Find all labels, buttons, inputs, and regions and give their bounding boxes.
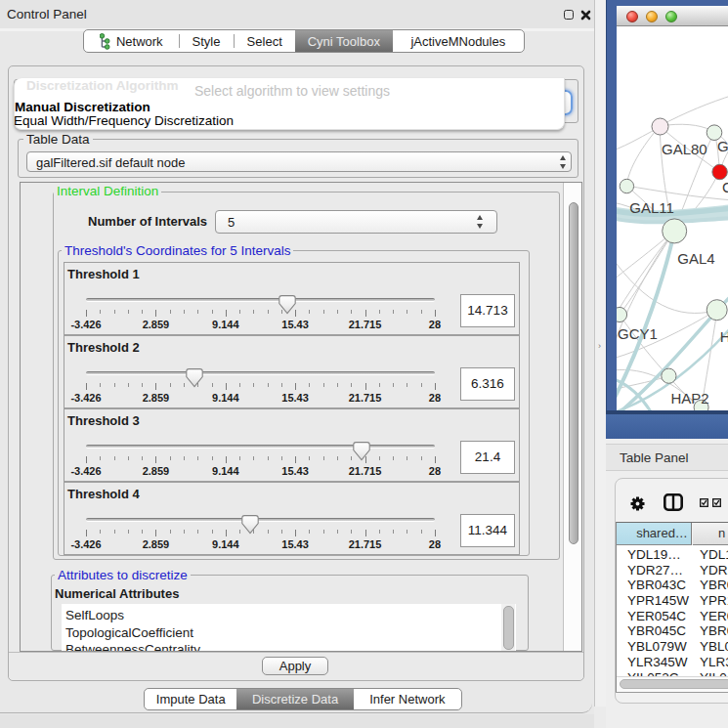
svg-text:GCY1: GCY1: [618, 325, 658, 342]
svg-text:GA: GA: [717, 138, 728, 154]
svg-text:C: C: [722, 179, 728, 195]
svg-text:GAL4: GAL4: [677, 250, 714, 267]
svg-text:HAP2: HAP2: [670, 390, 708, 407]
svg-text:GAL11: GAL11: [629, 199, 674, 216]
svg-text:H: H: [720, 328, 728, 345]
svg-text:GAL80: GAL80: [662, 141, 707, 157]
